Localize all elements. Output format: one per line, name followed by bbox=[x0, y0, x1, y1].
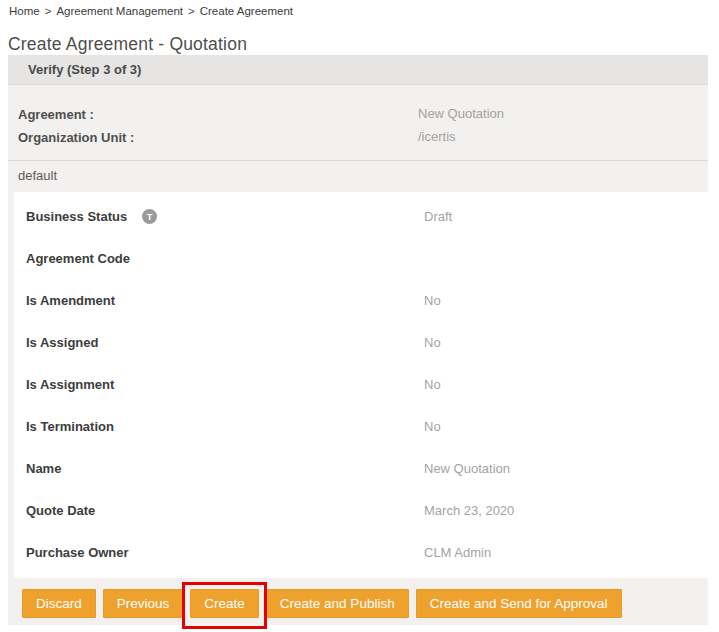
breadcrumb-create-agreement[interactable]: Create Agreement bbox=[200, 5, 293, 17]
is-termination-value: No bbox=[424, 419, 441, 434]
breadcrumb-home[interactable]: Home bbox=[9, 5, 40, 17]
field-row-is-assigned: Is Assigned No bbox=[14, 321, 708, 363]
name-label: Name bbox=[14, 461, 61, 476]
create-button[interactable]: Create bbox=[190, 589, 259, 618]
create-and-publish-button[interactable]: Create and Publish bbox=[266, 589, 409, 618]
breadcrumb-agreement-management[interactable]: Agreement Management bbox=[56, 5, 183, 17]
summary-row-agreement: Agreement : New Quotation bbox=[18, 102, 708, 125]
purchase-owner-value: CLM Admin bbox=[424, 545, 491, 560]
section-title-default: default bbox=[8, 161, 708, 192]
field-row-name: Name New Quotation bbox=[14, 447, 708, 489]
page-title: Create Agreement - Quotation bbox=[8, 34, 247, 55]
is-assignment-label: Is Assignment bbox=[14, 377, 114, 392]
field-row-is-termination: Is Termination No bbox=[14, 405, 708, 447]
is-termination-label: Is Termination bbox=[14, 419, 114, 434]
field-row-business-status: Business Status T Draft bbox=[14, 195, 708, 237]
field-row-purchase-owner: Purchase Owner CLM Admin bbox=[14, 531, 708, 573]
agreement-summary: Agreement : New Quotation Organization U… bbox=[8, 85, 708, 160]
discard-button[interactable]: Discard bbox=[22, 589, 96, 618]
breadcrumb: Home > Agreement Management > Create Agr… bbox=[9, 5, 293, 17]
name-value: New Quotation bbox=[424, 461, 510, 476]
organization-unit-label: Organization Unit : bbox=[18, 130, 134, 145]
is-assigned-value: No bbox=[424, 335, 441, 350]
quote-date-label: Quote Date bbox=[14, 503, 95, 518]
fields-card: Business Status T Draft Agreement Code I… bbox=[14, 192, 708, 578]
breadcrumb-separator: > bbox=[188, 5, 195, 17]
quote-date-value: March 23, 2020 bbox=[424, 503, 514, 518]
field-row-is-assignment: Is Assignment No bbox=[14, 363, 708, 405]
field-row-quote-date: Quote Date March 23, 2020 bbox=[14, 489, 708, 531]
is-assignment-value: No bbox=[424, 377, 441, 392]
agreement-code-label: Agreement Code bbox=[14, 251, 130, 266]
summary-row-organization-unit: Organization Unit : /icertis bbox=[18, 125, 708, 148]
business-status-label: Business Status bbox=[14, 209, 127, 224]
is-amendment-label: Is Amendment bbox=[14, 293, 115, 308]
field-row-is-amendment: Is Amendment No bbox=[14, 279, 708, 321]
breadcrumb-separator: > bbox=[45, 5, 52, 17]
tooltip-icon[interactable]: T bbox=[142, 209, 157, 224]
verify-panel: Verify (Step 3 of 3) Agreement : New Quo… bbox=[8, 55, 708, 625]
agreement-value: New Quotation bbox=[418, 102, 504, 125]
create-button-wrap: Create bbox=[190, 589, 259, 618]
field-row-agreement-code: Agreement Code bbox=[14, 237, 708, 279]
organization-unit-value: /icertis bbox=[418, 125, 456, 148]
action-button-bar: Discard Previous Create Create and Publi… bbox=[22, 589, 708, 618]
is-amendment-value: No bbox=[424, 293, 441, 308]
business-status-value: Draft bbox=[424, 209, 452, 224]
is-assigned-label: Is Assigned bbox=[14, 335, 98, 350]
wizard-step-header: Verify (Step 3 of 3) bbox=[8, 55, 708, 85]
purchase-owner-label: Purchase Owner bbox=[14, 545, 129, 560]
previous-button[interactable]: Previous bbox=[103, 589, 184, 618]
agreement-label: Agreement : bbox=[18, 107, 94, 122]
create-and-send-for-approval-button[interactable]: Create and Send for Approval bbox=[416, 589, 622, 618]
